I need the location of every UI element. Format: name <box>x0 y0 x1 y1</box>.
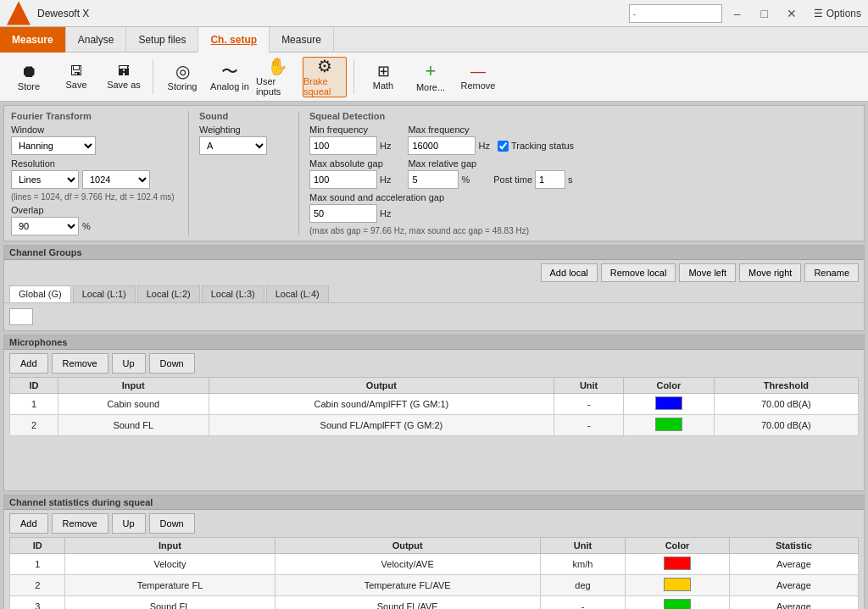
toolbar-separator-1 <box>153 60 153 94</box>
title-search-input[interactable] <box>629 4 722 23</box>
tab-local4[interactable]: Local (L:4) <box>266 285 329 302</box>
min-freq-input[interactable] <box>309 136 377 155</box>
min-freq-label: Min frequency <box>309 125 391 135</box>
save-label: Save <box>65 80 86 90</box>
tab-measure2[interactable]: Measure <box>270 27 334 53</box>
stats-up-button[interactable]: Up <box>112 513 146 534</box>
tracking-checkbox[interactable] <box>498 141 509 152</box>
move-left-button[interactable]: Move left <box>679 263 736 282</box>
math-button[interactable]: ⊞ Math <box>361 57 405 97</box>
cell-input: Sound FL <box>65 596 275 610</box>
save-as-label: Save as <box>107 80 141 90</box>
tab-measure[interactable]: Measure <box>0 27 66 53</box>
save-button[interactable]: 🖫 Save <box>54 57 98 97</box>
stats-down-button[interactable]: Down <box>149 513 195 534</box>
tab-global[interactable]: Global (G) <box>9 285 71 302</box>
remove-button[interactable]: — Remove <box>456 57 500 97</box>
more-button[interactable]: + More... <box>409 57 453 97</box>
minimize-button[interactable]: – <box>726 4 749 23</box>
stats-col-output: Output <box>275 538 540 554</box>
tab-analyse[interactable]: Analyse <box>66 27 127 53</box>
channel-stats-header: Channel statistics during squeal <box>4 496 864 510</box>
cell-unit: - <box>540 596 625 610</box>
user-inputs-button[interactable]: ✋ User inputs <box>255 57 299 97</box>
max-rel-gap-unit: % <box>461 174 470 185</box>
cell-unit: km/h <box>540 554 625 575</box>
store-button[interactable]: ⏺ Store <box>7 57 51 97</box>
toolbar-separator-2 <box>353 60 354 94</box>
max-abs-gap-input[interactable] <box>309 170 377 189</box>
app-logo-icon <box>7 2 31 25</box>
stats-col-color: Color <box>626 538 730 554</box>
analog-in-label: Analog in <box>210 81 249 91</box>
save-as-button[interactable]: 🖬 Save as <box>102 57 146 97</box>
remove-icon: — <box>470 64 486 79</box>
cell-id: 1 <box>10 394 58 415</box>
max-rel-gap-input[interactable] <box>408 170 459 189</box>
color-swatch <box>664 599 691 609</box>
user-inputs-icon: ✋ <box>267 58 288 75</box>
cell-unit: deg <box>540 575 625 596</box>
app-title: Dewesoft X <box>37 8 89 19</box>
move-right-button[interactable]: Move right <box>739 263 801 282</box>
cell-output: Temperature FL/AVE <box>275 575 540 596</box>
tab-local2[interactable]: Local (L:2) <box>137 285 200 302</box>
more-icon: + <box>426 62 437 80</box>
options-button[interactable]: ☰ Options <box>814 8 861 19</box>
stats-remove-button[interactable]: Remove <box>52 513 108 534</box>
microphones-section: Microphones Add Remove Up Down ID Input … <box>3 335 865 491</box>
overlap-select[interactable]: 90 75 50 0 <box>11 217 79 235</box>
global-tab-input[interactable] <box>9 308 33 325</box>
tab-local3[interactable]: Local (L:3) <box>202 285 264 302</box>
cell-id: 2 <box>10 575 65 596</box>
storing-button[interactable]: ◎ Storing <box>160 57 204 97</box>
resolution-type-select[interactable]: Lines Hz <box>11 170 79 189</box>
cell-threshold: 70.00 dB(A) <box>714 394 858 415</box>
rename-button[interactable]: Rename <box>804 263 859 282</box>
col-threshold: Threshold <box>714 378 858 394</box>
max-sound-input[interactable] <box>309 204 377 223</box>
stats-col-unit: Unit <box>540 538 625 554</box>
tab-setup-files[interactable]: Setup files <box>126 27 198 53</box>
microphones-add-button[interactable]: Add <box>9 353 48 374</box>
window-select[interactable]: Hanning Flat top Blackman Rectangular <box>11 136 96 155</box>
microphones-table-wrapper: Add Remove Up Down ID Input Output Unit … <box>4 350 864 440</box>
min-freq-unit: Hz <box>380 141 391 151</box>
add-local-button[interactable]: Add local <box>541 263 598 282</box>
tab-local1[interactable]: Local (L:1) <box>73 285 136 302</box>
squeal-title: Squeal Detection <box>309 111 857 121</box>
max-freq-unit: Hz <box>478 141 489 151</box>
table-row: 3 Sound FL Sound FL/AVE - Average <box>10 596 859 610</box>
hamburger-icon: ☰ <box>814 8 823 19</box>
remove-local-button[interactable]: Remove local <box>601 263 676 282</box>
resolution-value-select[interactable]: 256 512 1024 2048 4096 <box>82 170 150 189</box>
fourier-title: Fourier Transform <box>11 111 178 121</box>
max-sound-label: Max sound and acceleration gap <box>309 192 857 202</box>
close-button[interactable]: ✕ <box>780 4 804 23</box>
microphones-up-button[interactable]: Up <box>112 353 146 374</box>
analog-in-button[interactable]: 〜 Analog in <box>208 57 252 97</box>
squeal-detection-panel: Squeal Detection Min frequency Hz Max fr… <box>299 111 857 235</box>
brake-squeal-button[interactable]: ⚙ Brake squeal <box>303 57 347 97</box>
table-row: 2 Sound FL Sound FL/AmplFFT (G GM:2) - 7… <box>10 415 859 436</box>
maximize-button[interactable]: □ <box>753 4 776 23</box>
max-freq-input[interactable] <box>408 136 476 155</box>
resolution-group: Resolution Lines Hz 256 512 1024 2048 <box>11 158 178 189</box>
col-input: Input <box>58 378 209 394</box>
stats-add-button[interactable]: Add <box>9 513 48 534</box>
col-color: Color <box>623 378 714 394</box>
cell-unit: - <box>554 394 624 415</box>
post-time-input[interactable] <box>535 170 565 189</box>
fourier-info: (lines = 1024, df = 9.766 Hz, dt = 102.4… <box>11 192 178 202</box>
max-rel-gap-group: Max relative gap % <box>408 158 476 189</box>
microphones-down-button[interactable]: Down <box>149 353 195 374</box>
sound-panel: Sound Weighting A B C Z <box>189 111 299 235</box>
brake-squeal-label: Brake squeal <box>303 76 346 97</box>
tab-ch-setup[interactable]: Ch. setup <box>198 27 270 53</box>
weighting-select[interactable]: A B C Z <box>199 136 267 155</box>
channel-stats-actions: Add Remove Up Down <box>9 513 859 534</box>
cell-id: 3 <box>10 596 65 610</box>
microphones-remove-button[interactable]: Remove <box>52 353 108 374</box>
cell-statistic: Average <box>729 575 858 596</box>
stats-col-statistic: Statistic <box>729 538 858 554</box>
